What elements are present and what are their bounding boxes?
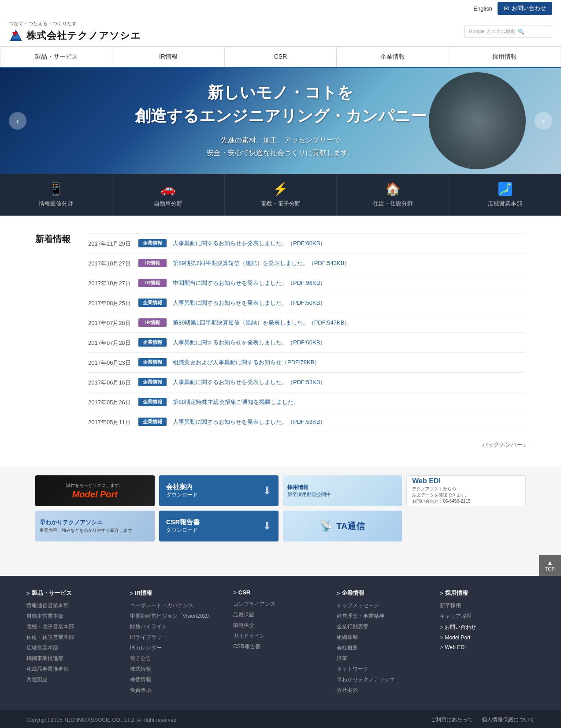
nav-link-recruitment[interactable]: 採用情報 — [449, 47, 561, 67]
footer-modelport-title[interactable]: Model Port — [440, 635, 535, 641]
news-badge: IR情報 — [138, 259, 167, 267]
banner-recruitment[interactable]: 採用情報 新卒採用動画公開中 — [283, 475, 402, 506]
news-item: 2017年08月25日 企業情報 人事異動に関するお知らせを発表しました。（PD… — [88, 293, 526, 313]
list-item[interactable]: IRライブラリー — [130, 633, 225, 641]
language-selector[interactable]: English — [473, 5, 492, 12]
news-badge: 企業情報 — [138, 299, 167, 307]
list-item[interactable]: 広域営業本部 — [26, 644, 121, 652]
hero-next-button[interactable]: › — [535, 112, 552, 130]
list-item[interactable]: 化成品事業推進部 — [26, 665, 121, 673]
news-badge: 企業情報 — [138, 239, 167, 247]
banner-section: 試作をもっとラクにします。 Model Port 会社案内 ダウンロード ⬇ 採… — [0, 467, 561, 555]
list-item[interactable]: IRカレンダー — [130, 644, 225, 652]
news-link[interactable]: 組織変更および人事異動に関するお知らせ（PDF:78KB） — [173, 358, 320, 367]
scroll-top-button[interactable]: ▲ TOP — [539, 555, 561, 576]
news-link[interactable]: 人事異動に関するお知らせを発表しました。（PDF:60KB） — [173, 338, 326, 347]
list-item[interactable]: 会社案内 — [337, 686, 431, 694]
nav-link-ir[interactable]: IR情報 — [112, 47, 224, 67]
list-item[interactable]: 株価情報 — [130, 676, 225, 683]
footer-products-title[interactable]: 製品・サービス — [26, 589, 121, 597]
banner-modelport[interactable]: 試作をもっとラクにします。 Model Port — [35, 475, 155, 506]
list-item[interactable]: 情報通信営業本部 — [26, 601, 121, 609]
category-auto[interactable]: 🚗 自動車分野 — [112, 174, 225, 216]
nav-link-products[interactable]: 製品・サービス — [0, 47, 112, 67]
nav-item-csr[interactable]: CSR — [224, 47, 336, 67]
telecom-label: 情報通信分野 — [39, 200, 73, 208]
nav-item-company[interactable]: 企業情報 — [336, 47, 448, 67]
back-number[interactable]: バックナンバー › — [35, 432, 526, 449]
list-item[interactable]: 株式情報 — [130, 665, 225, 673]
list-item[interactable]: 住建・住設営業本部 — [26, 633, 121, 641]
list-item[interactable]: 電子公告 — [130, 654, 225, 662]
list-item[interactable]: 免責事項 — [130, 686, 225, 694]
footer-recruitment-list: 新卒採用 キャリア採用 — [440, 601, 535, 620]
category-telecom[interactable]: 📱 情報通信分野 — [0, 174, 112, 216]
search-bar[interactable]: Google カスタム検索 🔍 — [464, 26, 552, 37]
news-badge: 企業情報 — [138, 418, 167, 426]
list-item[interactable]: 品質保証 — [233, 611, 328, 619]
news-link[interactable]: 中間配当に関するお知らせを発表しました。（PDF:96KB） — [173, 279, 326, 287]
nav-link-csr[interactable]: CSR — [225, 47, 336, 66]
news-badge: 企業情報 — [138, 378, 167, 386]
news-link[interactable]: 第89期第2四半期決算短信（連結）を発表しました。（PDF:543KB） — [173, 259, 350, 268]
banner-empty — [406, 511, 526, 541]
banner-csr[interactable]: CSR報告書 ダウンロード ⬇ — [159, 511, 279, 541]
news-date: 2017年10月27日 — [88, 279, 132, 287]
list-item[interactable]: CSR報告書 — [233, 642, 328, 650]
footer-company-title[interactable]: 企業情報 — [337, 589, 431, 597]
list-item[interactable]: 共通製品 — [26, 676, 121, 683]
hero-prev-button[interactable]: ‹ — [9, 112, 26, 130]
logo-box[interactable]: 株式会社テクノアソシエ — [9, 29, 141, 43]
list-item[interactable]: 企業行動憲章 — [337, 623, 431, 631]
list-item[interactable]: 組織体制 — [337, 633, 431, 641]
nav-item-products[interactable]: 製品・サービス — [0, 47, 112, 67]
footer-csr-title[interactable]: CSR — [233, 589, 328, 596]
news-link[interactable]: 人事異動に関するお知らせを発表しました。（PDF:53KB） — [173, 378, 326, 387]
list-item[interactable]: 財務ハイライト — [130, 623, 225, 631]
category-housing[interactable]: 🏠 住建・住設分野 — [337, 174, 449, 216]
news-link[interactable]: 第88期定時株主総会招集ご通知を掲載しました。 — [173, 398, 299, 407]
list-item[interactable]: コーポレート・ガバナンス — [130, 601, 225, 609]
terms-link[interactable]: ご利用にあたって — [431, 716, 473, 724]
nav-item-recruitment[interactable]: 採用情報 — [449, 47, 561, 67]
footer-webedi-title[interactable]: Web EDI — [440, 644, 535, 650]
contact-button[interactable]: ✉ お問い合わせ — [498, 2, 552, 15]
nav-link-company[interactable]: 企業情報 — [337, 47, 448, 67]
list-item[interactable]: 自動車営業本部 — [26, 612, 121, 620]
banner-webedi[interactable]: Web EDI テクノアソシエからの注文データを確認できます。お問い合わせ：06… — [406, 475, 526, 506]
category-electric[interactable]: ⚡ 電機・電子分野 — [225, 174, 337, 216]
list-item[interactable]: コンプライアンス — [233, 600, 328, 608]
news-item: 2017年11月29日 企業情報 人事異動に関するお知らせを発表しました。（PD… — [88, 233, 526, 254]
back-number-link[interactable]: バックナンバー › — [35, 441, 526, 449]
list-item[interactable]: ネットワーク — [337, 665, 431, 673]
footer-ir-title[interactable]: IR情報 — [130, 589, 225, 597]
news-link[interactable]: 人事異動に関するお知らせを発表しました。（PDF:53KB） — [173, 418, 326, 426]
news-link[interactable]: 人事異動に関するお知らせを発表しました。（PDF:60KB） — [173, 239, 326, 248]
hero-title-line2: 創造するエンジニアリング・カンパニー — [135, 105, 427, 127]
nav-item-ir[interactable]: IR情報 — [112, 47, 224, 67]
category-regional[interactable]: 🗾 広域営業本部 — [449, 174, 561, 216]
list-item[interactable]: 会社概要 — [337, 644, 431, 652]
banner-company[interactable]: 会社案内 ダウンロード ⬇ — [159, 475, 279, 506]
footer-col-ir: IR情報 コーポレート・ガバナンス 中長期経営ビジョン「Vision2020」 … — [130, 589, 225, 697]
list-item[interactable]: 早わかりテクノアソシエ — [337, 676, 431, 683]
list-item[interactable]: 経営理念・事業精神 — [337, 612, 431, 620]
news-link[interactable]: 人事異動に関するお知らせを発表しました。（PDF:50KB） — [173, 299, 326, 307]
list-item[interactable]: ガイドライン — [233, 632, 328, 640]
list-item[interactable]: 電機・電子営業本部 — [26, 623, 121, 631]
list-item[interactable]: 鋼鋼事業推進部 — [26, 654, 121, 662]
news-badge: 企業情報 — [138, 398, 167, 406]
list-item[interactable]: 新卒採用 — [440, 601, 535, 609]
list-item[interactable]: 環境保全 — [233, 621, 328, 629]
privacy-link[interactable]: 個人情報保護について — [482, 716, 535, 724]
list-item[interactable]: キャリア採用 — [440, 612, 535, 620]
footer-products-list: 情報通信営業本部 自動車営業本部 電機・電子営業本部 住建・住設営業本部 広域営… — [26, 601, 121, 683]
banner-ta[interactable]: 📡 TA通信 — [283, 511, 402, 541]
list-item[interactable]: トップメッセージ — [337, 601, 431, 609]
banner-hayawakari[interactable]: 早わかりテクノアソシエ 事業内容、強みなどをわかりやすく紹介します — [35, 511, 155, 541]
news-link[interactable]: 第89期第1四半期決算短信（連結）を発表しました。（PDF:547KB） — [173, 318, 350, 327]
list-item[interactable]: 沿革 — [337, 654, 431, 662]
footer-contact-title[interactable]: お問い合わせ — [440, 623, 535, 631]
list-item[interactable]: 中長期経営ビジョン「Vision2020」 — [130, 612, 225, 620]
footer-recruitment-title[interactable]: 採用情報 — [440, 589, 535, 597]
